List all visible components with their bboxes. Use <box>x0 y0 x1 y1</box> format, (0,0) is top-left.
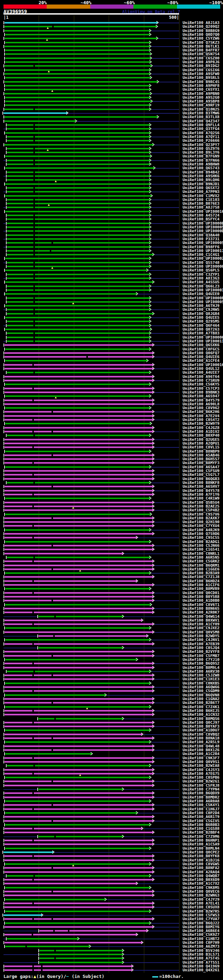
hit-label[interactable]: UniRef100_C7Z4K1 <box>183 705 223 709</box>
hit-label[interactable]: UniRef100_A2R5L9 <box>183 740 223 744</box>
hit-label[interactable]: UniRef100_A7F1Y6 <box>183 493 223 496</box>
hit-label[interactable]: UniRef100_C1MVX2 <box>183 194 223 198</box>
hit-label[interactable]: UniRef100_B6H5S7 <box>183 457 223 461</box>
hit-label[interactable]: UniRef100_Q4X261 <box>183 968 223 972</box>
hit-label[interactable]: UniRef100_B8B8G9 <box>183 29 223 33</box>
hit-label[interactable]: UniRef100_C5GRK2 <box>183 559 223 563</box>
hit-label[interactable]: UniRef100_A8I3G3 <box>183 276 223 280</box>
hit-label[interactable]: UniRef100_A1D1V2 <box>183 430 223 434</box>
hit-label[interactable]: UniRef100_A6THJ9 <box>183 304 223 308</box>
hit-label[interactable]: UniRef100_B6QDX9 <box>183 791 223 795</box>
hit-label[interactable]: UniRef100_Q7S9D6 <box>183 532 223 536</box>
hit-label[interactable]: UniRef100_B6Q9S2 <box>183 662 223 665</box>
hit-label[interactable]: UniRef100_C1G541 <box>183 547 223 551</box>
hit-label[interactable]: UniRef100_A6SA47 <box>183 465 223 469</box>
hit-label[interactable]: UniRef100_B8M9L4 <box>183 666 223 670</box>
hit-label[interactable]: UniRef100_C4JSY3 <box>183 768 223 772</box>
hit-label[interactable]: UniRef100_B3TMW6 <box>183 111 223 115</box>
hit-label[interactable]: UniRef100_Q9FLL4 <box>183 123 223 127</box>
hit-label[interactable]: UniRef100_C0FGC5 <box>183 347 223 351</box>
hit-label[interactable]: UniRef100_B3LS71 <box>183 953 223 956</box>
hit-label[interactable]: UniRef100_UPI00016E32 <box>183 210 223 213</box>
hit-label[interactable]: UniRef100_Q06FQ7 <box>183 351 223 355</box>
hit-label[interactable]: UniRef100_C6SZ00 <box>183 56 223 60</box>
hit-label[interactable]: UniRef100_A7ST45 <box>183 956 223 960</box>
hit-label[interactable]: UniRef100_C0SJQ4 <box>183 646 223 650</box>
hit-label[interactable]: UniRef100_Q6F464 <box>183 324 223 328</box>
hit-label[interactable]: UniRef100_Q209Q2 <box>183 25 223 29</box>
hit-label[interactable]: UniRef100_B4Y578 <box>183 489 223 493</box>
hit-label[interactable]: UniRef100_C3ZYP1 <box>183 272 223 276</box>
hit-label[interactable]: UniRef100_Q0V9S1 <box>183 760 223 764</box>
hit-label[interactable]: UniRef100_A1D8B0 <box>183 599 223 603</box>
hit-label[interactable]: UniRef100_A7TS51 <box>183 961 223 964</box>
hit-label[interactable]: UniRef100_C9JXE2 <box>183 626 223 630</box>
hit-label[interactable]: UniRef100_A690L8 <box>183 402 223 406</box>
hit-label[interactable]: UniRef100_A1CN32 <box>183 713 223 716</box>
hit-label[interactable]: UniRef100_A7EB39 <box>183 642 223 646</box>
hit-label[interactable]: UniRef100_A9S2G0 <box>183 95 223 99</box>
hit-label[interactable]: UniRef100_A7PPN3 <box>183 190 223 194</box>
hit-label[interactable]: UniRef100_C5FMB7 <box>183 654 223 658</box>
hit-label[interactable]: UniRef100_A7TB83 <box>183 331 223 335</box>
hit-label[interactable]: UniRef100_B0YFK8 <box>183 854 223 858</box>
hit-label[interactable]: UniRef100_UPI0001792E <box>183 249 223 253</box>
hit-label[interactable]: UniRef100_P26666 <box>183 139 223 143</box>
hit-label[interactable]: UniRef100_C8VL15 <box>183 445 223 449</box>
hit-label[interactable]: UniRef100_UPI0000D9A4 <box>183 229 223 233</box>
hit-label[interactable]: UniRef100_B9BNK3 <box>183 390 223 394</box>
hit-label[interactable]: UniRef100_A6RV30 <box>183 670 223 673</box>
hit-label[interactable]: UniRef100_B0Y5R8 <box>183 595 223 599</box>
hit-label[interactable]: UniRef100_A9RF19 <box>183 103 223 107</box>
hit-label[interactable]: UniRef100_C56KY5 <box>183 382 223 386</box>
hit-label[interactable]: UniRef100_Q38A40 <box>183 233 223 237</box>
hit-label[interactable]: UniRef100_A6R6E4 <box>183 929 223 933</box>
hit-label[interactable]: UniRef100_B9NJD1 <box>183 182 223 186</box>
hit-label[interactable]: UniRef100_A9PBN0 <box>183 92 223 95</box>
hit-label[interactable]: UniRef100_Q4WQB7 <box>183 874 223 878</box>
hit-label[interactable]: UniRef100_B8N665 <box>183 607 223 611</box>
hit-label[interactable]: UniRef100_C1GGE6 <box>183 567 223 571</box>
hit-label[interactable]: UniRef100_A1CY09 <box>183 622 223 626</box>
hit-label[interactable]: UniRef100_Q0CPE2 <box>183 850 223 854</box>
hit-label[interactable]: UniRef100_A7QY11 <box>183 135 223 139</box>
hit-label[interactable]: UniRef100_Q65XK6 <box>183 343 223 347</box>
hit-label[interactable]: UniRef100_A6R1T9 <box>183 815 223 819</box>
hit-label[interactable]: UniRef100_Q0VEC6 <box>183 889 223 893</box>
hit-label[interactable]: UniRef100_C5G7L7 <box>183 473 223 477</box>
hit-label[interactable]: UniRef100_A1C2R4 <box>183 752 223 756</box>
hit-label[interactable]: UniRef100_C5GIV5 <box>183 819 223 823</box>
hit-label[interactable]: UniRef100_B6QJ22 <box>183 921 223 925</box>
hit-label[interactable]: UniRef100_C4JGZ8 <box>183 426 223 430</box>
hit-label[interactable]: UniRef100_Q5N754 <box>183 52 223 56</box>
hit-label[interactable]: UniRef100_B6K2H6 <box>183 410 223 414</box>
hit-label[interactable]: UniRef100_C8V962 <box>183 406 223 410</box>
hit-label[interactable]: UniRef100_A1CSA9 <box>183 842 223 846</box>
hit-label[interactable]: UniRef100_Q4UIE6 <box>183 355 223 359</box>
hit-label[interactable]: UniRef100_B6TLK1 <box>183 45 223 48</box>
hit-label[interactable]: UniRef100_UPI0000519C <box>183 241 223 245</box>
hit-label[interactable]: UniRef100_C57CP3 <box>183 387 223 390</box>
hit-label[interactable]: UniRef100_C4R1W9 <box>183 496 223 500</box>
hit-label[interactable]: UniRef100_C5FWS3 <box>183 913 223 917</box>
hit-label[interactable]: UniRef100_A96T64 <box>183 375 223 379</box>
hit-label[interactable]: UniRef100_Q65XT2 <box>183 186 223 190</box>
hit-label[interactable]: UniRef100_C0P2D4 <box>183 811 223 815</box>
hit-label[interactable]: UniRef100_B8MIY6 <box>183 925 223 929</box>
hit-label[interactable]: UniRef100_Q3TFG4 <box>183 127 223 131</box>
hit-label[interactable]: UniRef100_Q10N25 <box>183 107 223 111</box>
hit-label[interactable]: UniRef100_C9K8M5 <box>183 886 223 889</box>
hit-label[interactable]: UniRef100_Q4WG14 <box>183 615 223 619</box>
hit-label[interactable]: UniRef100_UPI0000E2C1 <box>183 221 223 225</box>
hit-label[interactable]: UniRef100_UPI000112F0 <box>183 339 223 343</box>
hit-label[interactable]: UniRef100_A7Q2S6 <box>183 131 223 135</box>
hit-label[interactable]: UniRef100_B7FN66 <box>183 159 223 162</box>
hit-label[interactable]: UniRef100_Q4UL12 <box>183 367 223 371</box>
hit-label[interactable]: UniRef100_B8NBP9 <box>183 450 223 453</box>
hit-label[interactable]: UniRef100_P33731 <box>183 237 223 241</box>
hit-label[interactable]: UniRef100_Q75KZ3 <box>183 41 223 45</box>
hit-label[interactable]: UniRef100_A1DDU7 <box>183 728 223 732</box>
hit-label[interactable]: UniRef100_A9SFW0 <box>183 72 223 76</box>
hit-label[interactable]: UniRef100_Q0D7Q0 <box>183 33 223 37</box>
hit-label[interactable]: UniRef100_A9PHF8 <box>183 84 223 88</box>
